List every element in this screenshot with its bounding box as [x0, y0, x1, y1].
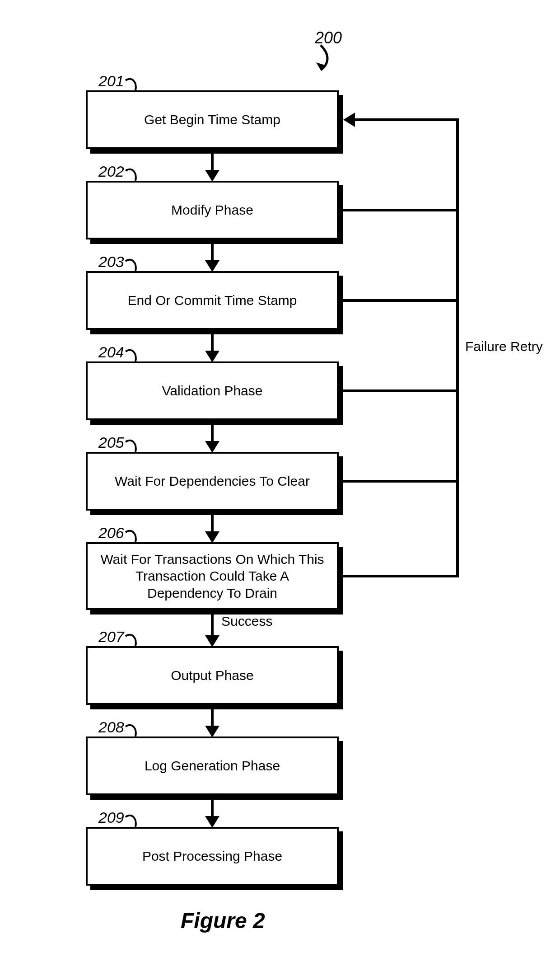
box-202-text: Modify Phase: [171, 202, 253, 219]
retry-spur-202: [343, 209, 459, 211]
figure-ref-200-arrow: [316, 45, 343, 77]
arrow-207-208-head: [205, 726, 219, 737]
ref-207: 207: [98, 628, 124, 646]
arrow-203-204: [211, 330, 214, 352]
arrow-202-203: [211, 239, 214, 261]
ref-206: 206: [98, 524, 124, 542]
arrow-201-202-head: [205, 170, 219, 182]
box-201-text: Get Begin Time Stamp: [144, 111, 280, 128]
ref-208-tail: [126, 723, 144, 738]
figure-title: Figure 2: [181, 908, 265, 933]
retry-spur-203: [343, 299, 459, 302]
arrow-204-205: [211, 420, 214, 442]
ref-201: 201: [98, 72, 124, 90]
retry-return-head: [343, 113, 355, 127]
arrow-202-203-head: [205, 260, 219, 272]
ref-209-tail: [126, 813, 144, 829]
ref-205: 205: [98, 434, 124, 451]
retry-bus-vertical: [456, 118, 459, 577]
ref-209: 209: [98, 809, 124, 826]
label-failure-retry: Failure Retry: [465, 339, 543, 354]
ref-207-tail: [126, 633, 144, 648]
box-204-text: Validation Phase: [162, 382, 263, 399]
box-208-text: Log Generation Phase: [145, 757, 280, 774]
ref-206-tail: [126, 529, 144, 544]
box-206: Wait For Transactions On Which This Tran…: [86, 542, 339, 610]
arrow-206-207: [211, 610, 214, 636]
box-205-text: Wait For Dependencies To Clear: [115, 473, 310, 490]
box-205: Wait For Dependencies To Clear: [86, 452, 339, 511]
box-209: Post Processing Phase: [86, 827, 339, 886]
figure-ref-200: 200: [315, 28, 342, 47]
retry-return-line: [353, 118, 459, 121]
box-208: Log Generation Phase: [86, 737, 339, 795]
ref-205-tail: [126, 438, 144, 454]
box-207: Output Phase: [86, 646, 339, 705]
ref-204: 204: [98, 343, 124, 361]
ref-201-tail: [126, 77, 144, 92]
arrow-205-206-head: [205, 531, 219, 543]
label-success: Success: [221, 614, 272, 629]
ref-202-tail: [126, 167, 144, 183]
arrow-203-204-head: [205, 351, 219, 362]
box-203: End Or Commit Time Stamp: [86, 271, 339, 330]
ref-202: 202: [98, 163, 124, 180]
arrow-201-202: [211, 149, 214, 171]
retry-spur-204: [343, 389, 459, 392]
retry-spur-205: [343, 480, 459, 483]
arrow-207-208: [211, 705, 214, 727]
box-201: Get Begin Time Stamp: [86, 90, 339, 149]
box-207-text: Output Phase: [171, 667, 253, 684]
box-204: Validation Phase: [86, 361, 339, 420]
retry-spur-206: [343, 575, 459, 577]
arrow-205-206: [211, 511, 214, 532]
box-209-text: Post Processing Phase: [142, 848, 282, 865]
box-202: Modify Phase: [86, 181, 339, 239]
box-206-text: Wait For Transactions On Which This Tran…: [97, 551, 328, 602]
figure-2-page: 200 Get Begin Time Stamp 201 Modify Phas…: [0, 0, 560, 957]
box-203-text: End Or Commit Time Stamp: [127, 292, 297, 309]
arrow-208-209-head: [205, 816, 219, 828]
svg-marker-0: [316, 62, 326, 70]
ref-203-tail: [126, 258, 144, 273]
arrow-206-207-head: [205, 635, 219, 647]
arrow-208-209: [211, 795, 214, 817]
ref-204-tail: [126, 348, 144, 363]
ref-203: 203: [98, 253, 124, 271]
ref-208: 208: [98, 718, 124, 736]
arrow-204-205-head: [205, 441, 219, 453]
